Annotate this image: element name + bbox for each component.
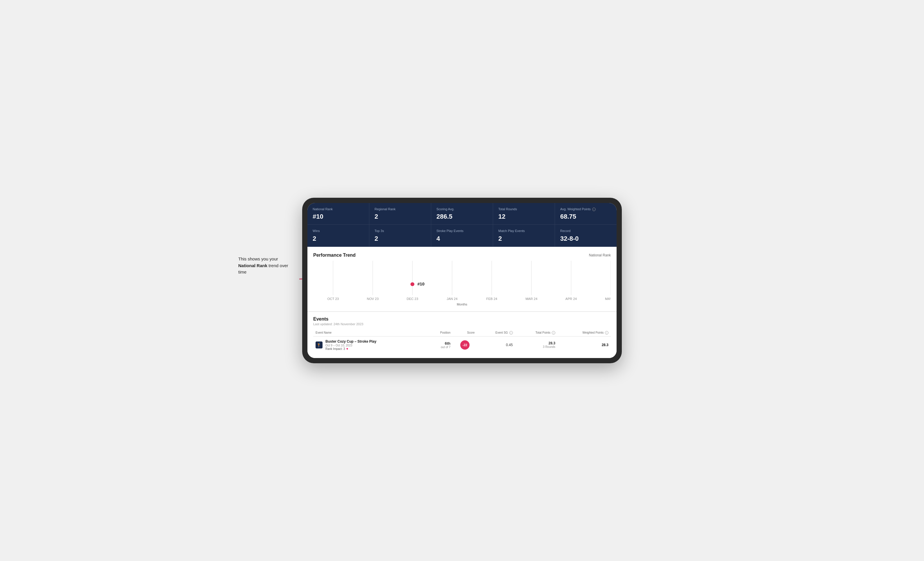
stat-total-rounds: Total Rounds 12 xyxy=(493,203,555,224)
event-position-sub: out of 7 xyxy=(429,346,450,349)
info-icon-avg-weighted: i xyxy=(592,208,596,211)
events-title: Events xyxy=(313,317,611,322)
col-weighted-points: Weighted Points i xyxy=(558,329,611,337)
stat-top3s: Top 3s 2 xyxy=(369,225,431,246)
events-last-updated: Last updated: 24th November 2023 xyxy=(313,322,611,326)
svg-text:NOV 23: NOV 23 xyxy=(367,297,379,301)
chart-x-axis-label: Months xyxy=(313,301,611,308)
table-row: 🏌 Buster Cozy Cup – Stroke Play Oct 9 – … xyxy=(313,336,611,353)
stat-record: Record 32-8-0 xyxy=(555,225,616,246)
event-name-cell: 🏌 Buster Cozy Cup – Stroke Play Oct 9 – … xyxy=(313,336,427,353)
events-table-header: Event Name Position Score Event SG i Tot… xyxy=(313,329,611,337)
event-score-cell: -22 xyxy=(453,336,477,353)
svg-text:MAR 24: MAR 24 xyxy=(525,297,537,301)
col-score: Score xyxy=(453,329,477,337)
svg-text:DEC 23: DEC 23 xyxy=(406,297,418,301)
tablet-screen: National Rank #10 Regional Rank 2 Scorin… xyxy=(308,203,616,358)
rank-impact-icon: ▼ xyxy=(346,347,349,350)
performance-section: Performance Trend National Rank xyxy=(308,247,616,311)
info-icon-sg: i xyxy=(509,331,513,335)
stat-avg-weighted-points: Avg. Weighted Points i 68.75 xyxy=(555,203,616,224)
event-sg-cell: 0.45 xyxy=(477,336,515,353)
col-event-name: Event Name xyxy=(313,329,427,337)
col-event-sg: Event SG i xyxy=(477,329,515,337)
stat-match-play-events: Match Play Events 2 xyxy=(493,225,555,246)
col-total-points: Total Points i xyxy=(515,329,558,337)
svg-text:APR 24: APR 24 xyxy=(566,297,577,301)
chart-datapoint xyxy=(411,282,415,286)
stat-national-rank: National Rank #10 xyxy=(308,203,369,224)
stats-row-1: National Rank #10 Regional Rank 2 Scorin… xyxy=(308,203,616,225)
info-icon-weighted-points: i xyxy=(605,331,609,335)
stat-wins: Wins 2 xyxy=(308,225,369,246)
event-total-rounds: 3 Rounds xyxy=(518,345,555,349)
stat-regional-rank: Regional Rank 2 xyxy=(369,203,431,224)
info-icon-total-points: i xyxy=(552,331,555,335)
stat-stroke-play-events: Stroke Play Events 4 xyxy=(431,225,493,246)
event-weighted-points-cell: 28.3 xyxy=(558,336,611,353)
stats-panel: National Rank #10 Regional Rank 2 Scorin… xyxy=(308,203,616,247)
svg-text:JAN 24: JAN 24 xyxy=(447,297,458,301)
svg-text:OCT 23: OCT 23 xyxy=(327,297,339,301)
events-table: Event Name Position Score Event SG i Tot… xyxy=(313,329,611,353)
events-section: Events Last updated: 24th November 2023 … xyxy=(308,311,616,358)
performance-header: Performance Trend National Rank xyxy=(313,253,611,258)
performance-label: National Rank xyxy=(589,253,611,257)
performance-title: Performance Trend xyxy=(313,253,356,258)
svg-text:MAY 24: MAY 24 xyxy=(605,297,611,301)
event-dates: Oct 9 – Oct 10, 2023 xyxy=(326,344,376,347)
tablet-frame: National Rank #10 Regional Rank 2 Scorin… xyxy=(302,198,622,363)
event-score-badge: -22 xyxy=(460,340,470,350)
event-icon: 🏌 xyxy=(315,341,322,349)
event-position-cell: 6th out of 7 xyxy=(427,336,453,353)
stat-scoring-avg: Scoring Avg. 286.5 xyxy=(431,203,493,224)
event-rank-impact: Rank Impact: 3 ▼ xyxy=(326,347,376,350)
event-total-points-cell: 28.3 3 Rounds xyxy=(515,336,558,353)
event-name: Buster Cozy Cup – Stroke Play xyxy=(326,340,376,344)
annotation-text: This shows you your National Rank trend … xyxy=(238,256,296,275)
svg-text:FEB 24: FEB 24 xyxy=(486,297,497,301)
col-position: Position xyxy=(427,329,453,337)
chart-svg: #10 OCT 23 NOV 23 DEC 23 JAN 24 FEB 24 M… xyxy=(313,261,611,301)
chart-value-label: #10 xyxy=(417,282,424,286)
event-position-main: 6th xyxy=(429,341,450,346)
performance-chart: #10 OCT 23 NOV 23 DEC 23 JAN 24 FEB 24 M… xyxy=(313,261,611,301)
stats-row-2: Wins 2 Top 3s 2 Stroke Play Events 4 Mat… xyxy=(308,225,616,247)
